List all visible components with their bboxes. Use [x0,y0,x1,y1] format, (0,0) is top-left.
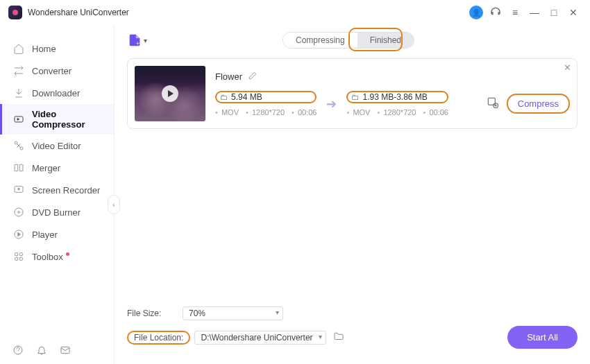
folder-icon: 🗀 [220,93,228,101]
svg-point-8 [18,211,20,214]
tab-finished[interactable]: Finished [357,33,414,48]
compressor-icon [12,113,25,125]
menu-icon[interactable]: ≡ [507,4,523,21]
location-select[interactable]: D:\Wondershare UniConverter [194,331,326,345]
source-size: 5.94 MB [231,92,262,102]
toolbox-icon [12,250,25,263]
target-resolution: 1280*720 [377,108,416,116]
editor-icon [12,139,25,152]
source-stats: 🗀 5.94 MB MOV 1280*720 00:06 [215,91,317,116]
chevron-down-icon: ▾ [144,37,147,44]
svg-rect-15 [61,347,69,353]
filesize-select[interactable]: 70% [183,306,283,320]
svg-rect-4 [19,164,23,171]
sidebar-item-label: DVD Burner [32,207,81,218]
close-icon[interactable]: ✕ [564,62,571,73]
sidebar-collapse-button[interactable]: ‹ [108,195,120,214]
target-size: 1.93 MB-3.86 MB [362,92,427,102]
mail-icon[interactable] [60,345,71,358]
tabs: Compressing Finished [283,32,414,49]
recorder-icon [12,184,25,196]
help-icon[interactable] [12,345,24,358]
tab-compressing[interactable]: Compressing [283,33,357,48]
sidebar-item-converter[interactable]: Converter [0,60,114,82]
video-card: ✕ Flower 🗀 5.94 MB MOV [127,58,578,129]
sidebar-item-home[interactable]: Home [0,37,114,60]
target-stats: 🗀 1.93 MB-3.86 MB MOV 1280*720 00:06 [346,91,448,116]
sidebar-item-label: Player [32,229,58,240]
arrow-icon: ➔ [326,96,337,112]
sidebar-item-label: Video Compressor [32,109,101,130]
bell-icon[interactable] [36,345,47,358]
target-size-chip: 🗀 1.93 MB-3.86 MB [346,91,448,103]
svg-point-7 [15,208,23,216]
titlebar: Wondershare UniConverter 👤 ≡ — □ ✕ [0,0,590,25]
sidebar-item-label: Merger [32,163,60,173]
bottom-bar: File Size: 70% File Location: D:\Wonders… [127,300,578,364]
sidebar-item-label: Toolbox [32,252,63,262]
main-content: + ▾ Compressing Finished ✕ Flower [115,25,590,364]
sidebar-item-downloader[interactable]: Downloader [0,82,114,104]
svg-rect-10 [15,253,18,256]
settings-icon[interactable] [486,96,500,112]
edit-icon[interactable] [248,71,258,83]
target-format: MOV [346,108,370,116]
dvd-icon [12,206,25,218]
source-size-chip: 🗀 5.94 MB [215,91,317,103]
sidebar-item-label: Screen Recorder [32,185,100,196]
source-format: MOV [215,108,239,116]
compress-button[interactable]: Compress [507,94,570,114]
sidebar-item-label: Home [32,44,56,54]
converter-icon [12,64,25,77]
merger-icon [12,162,25,174]
svg-point-6 [18,188,20,190]
downloader-icon [12,87,25,99]
sidebar-item-merger[interactable]: Merger [0,157,114,179]
home-icon [12,42,25,55]
sidebar-item-screen-recorder[interactable]: Screen Recorder [0,179,114,201]
sidebar-item-label: Downloader [32,88,80,98]
browse-folder-icon[interactable] [333,331,344,344]
target-duration: 00:06 [423,108,448,116]
user-avatar[interactable]: 👤 [468,4,484,21]
add-file-button[interactable]: + ▾ [127,33,147,48]
sidebar-item-dvd-burner[interactable]: DVD Burner [0,201,114,223]
location-label: File Location: [127,331,190,345]
source-resolution: 1280*720 [246,108,285,116]
svg-rect-12 [15,257,18,260]
filesize-label: File Size: [127,309,183,318]
source-duration: 00:06 [292,108,317,116]
sidebar: Home Converter Downloader Video Compress… [0,25,115,364]
player-icon [12,228,25,241]
svg-rect-11 [19,253,22,256]
start-all-button[interactable]: Start All [507,326,578,349]
sidebar-item-toolbox[interactable]: Toolbox [0,245,114,268]
video-title: Flower [215,71,242,82]
svg-rect-13 [19,257,22,260]
sidebar-item-label: Video Editor [32,141,81,151]
app-logo [8,6,22,19]
sidebar-item-video-compressor[interactable]: Video Compressor [0,104,114,135]
app-title: Wondershare UniConverter [28,8,129,17]
sidebar-item-label: Converter [32,66,71,76]
play-icon [162,85,178,102]
close-button[interactable]: ✕ [565,4,582,21]
svg-rect-3 [15,164,18,171]
sidebar-item-player[interactable]: Player [0,223,114,245]
sidebar-item-video-editor[interactable]: Video Editor [0,135,114,157]
headset-icon[interactable] [487,4,504,21]
svg-text:+: + [136,40,140,47]
folder-icon: 🗀 [351,93,359,101]
maximize-button[interactable]: □ [546,4,562,21]
minimize-button[interactable]: — [526,4,543,21]
video-thumbnail[interactable] [135,66,205,121]
